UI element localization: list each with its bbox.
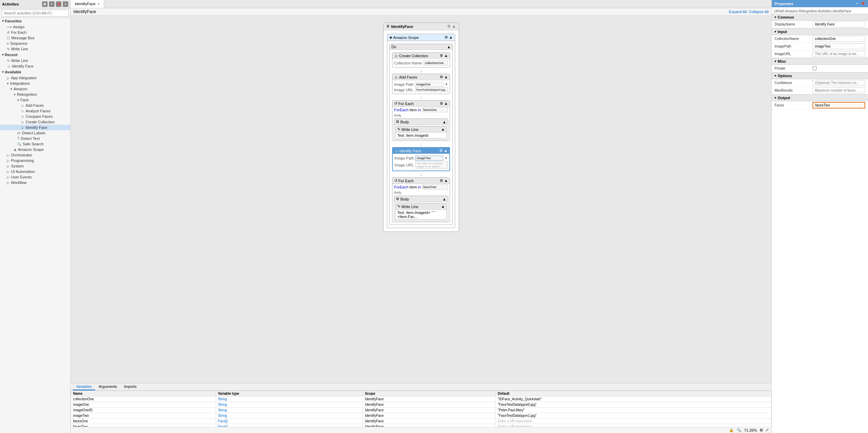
fe2-wl-collapse[interactable]: ▲ xyxy=(441,204,445,209)
fe1-wl-collapse[interactable]: ▲ xyxy=(441,127,445,132)
fe2-collapse[interactable]: ▲ xyxy=(444,178,448,183)
fe2-collection-value[interactable]: facesTwo xyxy=(422,185,448,189)
imagepath-input-box[interactable]: … xyxy=(812,43,865,49)
maxresults-input-box[interactable]: … xyxy=(812,87,865,93)
sidebar-item-addfaces[interactable]: ☺ Add Faces xyxy=(0,103,70,108)
sidebar-item-identifyface[interactable]: ☺ Identify Face xyxy=(0,125,70,130)
imagepath-input[interactable] xyxy=(814,44,860,49)
expand-all-button[interactable]: Expand All xyxy=(729,10,747,14)
sidebar-item-detectlabels[interactable]: 🏷 Detect Labels xyxy=(0,130,70,136)
fe1-body-collapse[interactable]: ▲ xyxy=(442,120,446,124)
maxresults-expand[interactable]: … xyxy=(860,89,864,92)
pin-icon[interactable]: 📌 xyxy=(56,1,61,7)
props-section-input[interactable]: ▾ Input xyxy=(772,28,868,35)
amazon-scope-collapse[interactable]: ▲ xyxy=(449,35,453,40)
search-input[interactable] xyxy=(2,10,69,17)
table-row[interactable]: facesOne Face[] IdentifyFace Enter a VB … xyxy=(71,419,771,424)
var-default[interactable]: "IDFace_Activity_Quickstart" xyxy=(496,396,771,402)
sidebar-item-uiautomation[interactable]: ▷ UI Automation xyxy=(0,169,70,174)
tab-identifyface[interactable]: IdentifyFace × xyxy=(71,0,104,8)
imagepath-expand[interactable]: … xyxy=(860,45,864,48)
recent-label[interactable]: ▾ Recent xyxy=(0,52,70,58)
af-settings-icon[interactable]: ⚙ xyxy=(440,75,443,79)
maxresults-input[interactable] xyxy=(814,88,860,93)
confidence-expand[interactable]: … xyxy=(860,81,864,85)
footer-search-icon[interactable]: 🔍 xyxy=(737,428,741,432)
faces-expand[interactable]: … xyxy=(860,104,863,107)
if-path-browse[interactable]: ▼ xyxy=(445,156,448,160)
props-section-misc[interactable]: ▾ Misc xyxy=(772,58,868,65)
private-checkbox[interactable] xyxy=(812,66,817,70)
table-row[interactable]: imageTwo String IdentifyFace "FaceTestDa… xyxy=(71,413,771,419)
table-row[interactable]: imageOneID String IdentifyFace "Peter.Pa… xyxy=(71,408,771,413)
collectionname-expand[interactable]: … xyxy=(860,37,864,41)
available-label[interactable]: ▾ Available xyxy=(0,69,70,75)
tab-close-icon[interactable]: × xyxy=(98,2,100,6)
fe1-collection-value[interactable]: facesOne xyxy=(422,107,448,112)
list-icon[interactable]: ≡ xyxy=(49,1,54,7)
if-settings[interactable]: ⚙ xyxy=(439,148,443,153)
sidebar-item-analyzefaces[interactable]: ☺ Analyze Faces xyxy=(0,108,70,114)
var-default[interactable]: Enter a VB expression xyxy=(496,424,771,427)
var-default[interactable]: "Peter.Paul.Mary" xyxy=(496,408,771,413)
sidebar-item-writeline-fav[interactable]: ✎ Write Line xyxy=(0,46,70,52)
var-default[interactable]: "FaceTestData\ppm0.jpg" xyxy=(496,402,771,408)
var-default[interactable]: "FaceTestData\ppm1.jpg" xyxy=(496,413,771,419)
if-url-value[interactable]: The URL to a remote image to be analyz..… xyxy=(415,161,448,169)
cc-settings-icon[interactable]: ⚙ xyxy=(440,53,443,58)
sidebar-item-workflow[interactable]: ▷ Workflow xyxy=(0,180,70,185)
sidebar-item-createcollection[interactable]: ☺ Create Collection xyxy=(0,119,70,125)
sidebar-item-system[interactable]: ▷ System xyxy=(0,163,70,169)
imageurl-input[interactable] xyxy=(814,52,860,56)
collapse-all-button[interactable]: Collapse All xyxy=(749,10,769,14)
wf-settings-icon[interactable]: ⚙ xyxy=(447,24,451,29)
sidebar-item-orchestrator[interactable]: ▷ Orchestrator xyxy=(0,152,70,158)
sidebar-item-sequence[interactable]: ≡ Sequence xyxy=(0,41,70,46)
var-default[interactable]: Enter a VB expression xyxy=(496,419,771,424)
sidebar-item-userevents[interactable]: ▷ User Events xyxy=(0,174,70,180)
sidebar-item-messagebox[interactable]: ☐ Message Box xyxy=(0,35,70,41)
sidebar-item-amazon[interactable]: ▾ Amazon xyxy=(0,86,70,92)
if-collapse[interactable]: ▲ xyxy=(444,148,448,153)
amazon-scope-settings[interactable]: ⚙ xyxy=(445,35,448,40)
imageurl-expand[interactable]: … xyxy=(860,52,864,56)
fe1-settings[interactable]: ⚙ xyxy=(440,101,443,106)
displayname-input[interactable] xyxy=(814,22,864,27)
tab-variables[interactable]: Variables xyxy=(73,383,95,390)
af-url-value[interactable]: FaceTestData\ppm0.jpg xyxy=(415,87,448,92)
fe2-body-collapse[interactable]: ▲ xyxy=(442,197,446,201)
wf-expand-icon[interactable]: ▲ xyxy=(452,24,456,29)
sidebar-item-safesearch[interactable]: 🔍 Safe Search xyxy=(0,141,70,147)
cc-collapse-icon[interactable]: ▲ xyxy=(444,53,448,58)
properties-minimize-icon[interactable]: − xyxy=(856,1,858,6)
canvas-area[interactable]: ⚙ IdentifyFace ⚙ ▲ ◈ Amazon Scope xyxy=(71,16,771,383)
af-collapse-icon[interactable]: ▲ xyxy=(444,75,448,79)
faces-input[interactable] xyxy=(815,103,860,107)
props-section-options[interactable]: ▾ Options xyxy=(772,72,868,79)
faces-input-box[interactable]: … xyxy=(812,102,865,109)
sidebar-item-writeline-recent[interactable]: ✎ Write Line xyxy=(0,58,70,63)
cc-name-value[interactable]: collectionOne xyxy=(423,61,448,65)
fe2-settings[interactable]: ⚙ xyxy=(440,178,443,183)
collectionname-input-box[interactable]: … xyxy=(812,36,865,42)
tab-arguments[interactable]: Arguments xyxy=(95,383,120,390)
footer-fit-icon[interactable]: ⤢ xyxy=(766,428,769,432)
grid-icon[interactable]: ⊞ xyxy=(42,1,48,7)
tab-imports[interactable]: Imports xyxy=(120,383,140,390)
sidebar-item-appintegration[interactable]: ▷ App Integration xyxy=(0,75,70,81)
confidence-input[interactable] xyxy=(814,81,860,85)
sidebar-item-face[interactable]: ▾ Face xyxy=(0,97,70,103)
table-row[interactable]: imageOne String IdentifyFace "FaceTestDa… xyxy=(71,402,771,408)
favorites-label[interactable]: ▾ Favorites xyxy=(0,18,70,24)
sidebar-item-detecttext[interactable]: T Detect Text xyxy=(0,136,70,141)
table-row[interactable]: collectionOne String IdentifyFace "IDFac… xyxy=(71,396,771,402)
sidebar-item-programming[interactable]: ▷ Programming xyxy=(0,158,70,163)
fe1-collapse[interactable]: ▲ xyxy=(444,101,448,106)
sidebar-item-assign[interactable]: ⟶ Assign xyxy=(0,24,70,30)
sidebar-item-identifyface-recent[interactable]: ☺ Identify Face xyxy=(0,63,70,69)
props-section-output[interactable]: ▾ Output xyxy=(772,94,868,101)
sidebar-item-comparefaces[interactable]: ☺ Compare Faces xyxy=(0,114,70,119)
footer-grid-icon[interactable]: ⊞ xyxy=(760,428,763,432)
props-section-common[interactable]: ▾ Common xyxy=(772,14,868,21)
sidebar-item-foreach[interactable]: ↺ For Each xyxy=(0,30,70,35)
